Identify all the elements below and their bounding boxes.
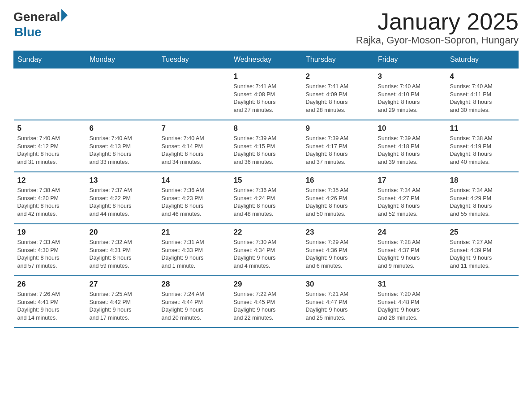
calendar-cell: 18Sunrise: 7:34 AM Sunset: 4:29 PM Dayli… bbox=[446, 172, 519, 224]
calendar-cell: 31Sunrise: 7:20 AM Sunset: 4:48 PM Dayli… bbox=[374, 276, 446, 328]
day-number: 25 bbox=[450, 228, 515, 237]
header-sunday: Sunday bbox=[14, 51, 86, 68]
header-friday: Friday bbox=[374, 51, 446, 68]
day-info: Sunrise: 7:39 AM Sunset: 4:18 PM Dayligh… bbox=[378, 135, 443, 166]
day-info: Sunrise: 7:33 AM Sunset: 4:30 PM Dayligh… bbox=[17, 239, 82, 270]
calendar-cell: 13Sunrise: 7:37 AM Sunset: 4:22 PM Dayli… bbox=[86, 172, 158, 224]
day-number: 22 bbox=[234, 228, 299, 237]
day-info: Sunrise: 7:36 AM Sunset: 4:24 PM Dayligh… bbox=[234, 187, 299, 218]
calendar-cell: 21Sunrise: 7:31 AM Sunset: 4:33 PM Dayli… bbox=[158, 224, 230, 276]
day-info: Sunrise: 7:35 AM Sunset: 4:26 PM Dayligh… bbox=[306, 187, 371, 218]
day-info: Sunrise: 7:40 AM Sunset: 4:12 PM Dayligh… bbox=[17, 135, 82, 166]
day-number: 21 bbox=[162, 228, 227, 237]
calendar-cell: 22Sunrise: 7:30 AM Sunset: 4:34 PM Dayli… bbox=[230, 224, 302, 276]
logo-arrow-icon bbox=[61, 9, 68, 21]
logo: General Blue bbox=[13, 9, 68, 39]
calendar-cell bbox=[446, 276, 519, 328]
day-number: 27 bbox=[90, 280, 154, 289]
header-thursday: Thursday bbox=[302, 51, 374, 68]
calendar-cell: 5Sunrise: 7:40 AM Sunset: 4:12 PM Daylig… bbox=[14, 120, 86, 172]
calendar-cell bbox=[86, 68, 158, 120]
calendar-cell: 19Sunrise: 7:33 AM Sunset: 4:30 PM Dayli… bbox=[14, 224, 86, 276]
calendar-cell: 15Sunrise: 7:36 AM Sunset: 4:24 PM Dayli… bbox=[230, 172, 302, 224]
calendar-table: Sunday Monday Tuesday Wednesday Thursday… bbox=[13, 51, 519, 328]
day-number: 18 bbox=[450, 176, 515, 185]
day-info: Sunrise: 7:25 AM Sunset: 4:42 PM Dayligh… bbox=[90, 291, 154, 322]
day-number: 12 bbox=[17, 176, 82, 185]
day-info: Sunrise: 7:41 AM Sunset: 4:09 PM Dayligh… bbox=[306, 83, 371, 114]
page-header: General Blue January 2025 Rajka, Gyor-Mo… bbox=[13, 9, 519, 46]
title-block: January 2025 Rajka, Gyor-Moson-Sopron, H… bbox=[356, 9, 519, 46]
day-number: 3 bbox=[378, 72, 443, 81]
day-info: Sunrise: 7:26 AM Sunset: 4:41 PM Dayligh… bbox=[17, 291, 82, 322]
calendar-cell: 30Sunrise: 7:21 AM Sunset: 4:47 PM Dayli… bbox=[302, 276, 374, 328]
day-number: 1 bbox=[234, 72, 299, 81]
day-number: 14 bbox=[162, 176, 227, 185]
calendar-cell: 10Sunrise: 7:39 AM Sunset: 4:18 PM Dayli… bbox=[374, 120, 446, 172]
day-info: Sunrise: 7:38 AM Sunset: 4:20 PM Dayligh… bbox=[17, 187, 82, 218]
calendar-cell: 29Sunrise: 7:22 AM Sunset: 4:45 PM Dayli… bbox=[230, 276, 302, 328]
day-number: 23 bbox=[306, 228, 371, 237]
day-number: 2 bbox=[306, 72, 371, 81]
calendar-cell: 23Sunrise: 7:29 AM Sunset: 4:36 PM Dayli… bbox=[302, 224, 374, 276]
day-number: 24 bbox=[378, 228, 443, 237]
calendar-cell: 27Sunrise: 7:25 AM Sunset: 4:42 PM Dayli… bbox=[86, 276, 158, 328]
calendar-cell: 1Sunrise: 7:41 AM Sunset: 4:08 PM Daylig… bbox=[230, 68, 302, 120]
day-info: Sunrise: 7:36 AM Sunset: 4:23 PM Dayligh… bbox=[162, 187, 227, 218]
day-info: Sunrise: 7:34 AM Sunset: 4:29 PM Dayligh… bbox=[450, 187, 515, 218]
calendar-cell: 12Sunrise: 7:38 AM Sunset: 4:20 PM Dayli… bbox=[14, 172, 86, 224]
day-info: Sunrise: 7:41 AM Sunset: 4:08 PM Dayligh… bbox=[234, 83, 299, 114]
page-title: January 2025 bbox=[356, 9, 519, 34]
day-info: Sunrise: 7:40 AM Sunset: 4:11 PM Dayligh… bbox=[450, 83, 515, 114]
day-number: 31 bbox=[378, 280, 443, 289]
calendar-cell: 8Sunrise: 7:39 AM Sunset: 4:15 PM Daylig… bbox=[230, 120, 302, 172]
day-info: Sunrise: 7:39 AM Sunset: 4:17 PM Dayligh… bbox=[306, 135, 371, 166]
header-wednesday: Wednesday bbox=[230, 51, 302, 68]
calendar-body: 1Sunrise: 7:41 AM Sunset: 4:08 PM Daylig… bbox=[14, 68, 519, 328]
calendar-cell: 26Sunrise: 7:26 AM Sunset: 4:41 PM Dayli… bbox=[14, 276, 86, 328]
day-info: Sunrise: 7:24 AM Sunset: 4:44 PM Dayligh… bbox=[162, 291, 227, 322]
calendar-cell: 17Sunrise: 7:34 AM Sunset: 4:27 PM Dayli… bbox=[374, 172, 446, 224]
calendar-cell: 28Sunrise: 7:24 AM Sunset: 4:44 PM Dayli… bbox=[158, 276, 230, 328]
calendar-cell: 20Sunrise: 7:32 AM Sunset: 4:31 PM Dayli… bbox=[86, 224, 158, 276]
calendar-week-row: 12Sunrise: 7:38 AM Sunset: 4:20 PM Dayli… bbox=[14, 172, 519, 224]
day-number: 28 bbox=[162, 280, 227, 289]
calendar-cell: 3Sunrise: 7:40 AM Sunset: 4:10 PM Daylig… bbox=[374, 68, 446, 120]
calendar-cell: 6Sunrise: 7:40 AM Sunset: 4:13 PM Daylig… bbox=[86, 120, 158, 172]
calendar-week-row: 5Sunrise: 7:40 AM Sunset: 4:12 PM Daylig… bbox=[14, 120, 519, 172]
calendar-week-row: 1Sunrise: 7:41 AM Sunset: 4:08 PM Daylig… bbox=[14, 68, 519, 120]
day-number: 8 bbox=[234, 124, 299, 133]
day-info: Sunrise: 7:32 AM Sunset: 4:31 PM Dayligh… bbox=[90, 239, 154, 270]
calendar-cell: 9Sunrise: 7:39 AM Sunset: 4:17 PM Daylig… bbox=[302, 120, 374, 172]
day-number: 16 bbox=[306, 176, 371, 185]
calendar-cell: 25Sunrise: 7:27 AM Sunset: 4:39 PM Dayli… bbox=[446, 224, 519, 276]
day-info: Sunrise: 7:29 AM Sunset: 4:36 PM Dayligh… bbox=[306, 239, 371, 270]
day-number: 17 bbox=[378, 176, 443, 185]
day-info: Sunrise: 7:30 AM Sunset: 4:34 PM Dayligh… bbox=[234, 239, 299, 270]
weekday-header-row: Sunday Monday Tuesday Wednesday Thursday… bbox=[14, 51, 519, 68]
day-info: Sunrise: 7:20 AM Sunset: 4:48 PM Dayligh… bbox=[378, 291, 443, 322]
day-number: 7 bbox=[162, 124, 227, 133]
calendar-cell: 16Sunrise: 7:35 AM Sunset: 4:26 PM Dayli… bbox=[302, 172, 374, 224]
day-number: 9 bbox=[306, 124, 371, 133]
day-info: Sunrise: 7:27 AM Sunset: 4:39 PM Dayligh… bbox=[450, 239, 515, 270]
day-info: Sunrise: 7:40 AM Sunset: 4:13 PM Dayligh… bbox=[90, 135, 154, 166]
calendar-cell: 24Sunrise: 7:28 AM Sunset: 4:37 PM Dayli… bbox=[374, 224, 446, 276]
calendar-week-row: 19Sunrise: 7:33 AM Sunset: 4:30 PM Dayli… bbox=[14, 224, 519, 276]
calendar-cell: 2Sunrise: 7:41 AM Sunset: 4:09 PM Daylig… bbox=[302, 68, 374, 120]
day-number: 15 bbox=[234, 176, 299, 185]
calendar-cell: 4Sunrise: 7:40 AM Sunset: 4:11 PM Daylig… bbox=[446, 68, 519, 120]
day-number: 13 bbox=[90, 176, 154, 185]
day-info: Sunrise: 7:22 AM Sunset: 4:45 PM Dayligh… bbox=[234, 291, 299, 322]
day-number: 6 bbox=[90, 124, 154, 133]
day-info: Sunrise: 7:34 AM Sunset: 4:27 PM Dayligh… bbox=[378, 187, 443, 218]
day-number: 11 bbox=[450, 124, 515, 133]
day-info: Sunrise: 7:39 AM Sunset: 4:15 PM Dayligh… bbox=[234, 135, 299, 166]
day-info: Sunrise: 7:21 AM Sunset: 4:47 PM Dayligh… bbox=[306, 291, 371, 322]
day-info: Sunrise: 7:40 AM Sunset: 4:10 PM Dayligh… bbox=[378, 83, 443, 114]
day-info: Sunrise: 7:28 AM Sunset: 4:37 PM Dayligh… bbox=[378, 239, 443, 270]
day-info: Sunrise: 7:37 AM Sunset: 4:22 PM Dayligh… bbox=[90, 187, 154, 218]
header-saturday: Saturday bbox=[446, 51, 519, 68]
logo-general-text: General bbox=[13, 10, 60, 24]
day-number: 26 bbox=[17, 280, 82, 289]
